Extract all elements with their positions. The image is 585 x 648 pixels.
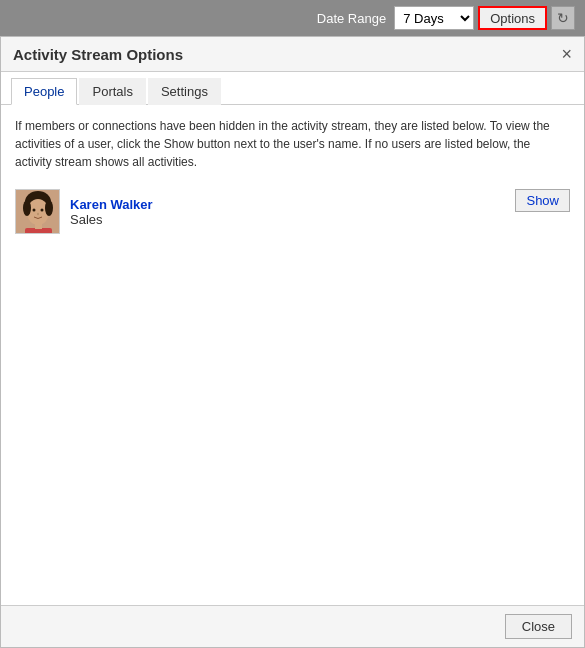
user-department: Sales (70, 212, 103, 227)
activity-stream-options-dialog: Activity Stream Options × People Portals… (0, 36, 585, 648)
svg-point-9 (45, 200, 53, 216)
svg-point-8 (23, 200, 31, 216)
tab-settings[interactable]: Settings (148, 78, 221, 105)
refresh-button[interactable]: ↻ (551, 6, 575, 30)
tab-people[interactable]: People (11, 78, 77, 105)
tab-bar: People Portals Settings (1, 72, 584, 105)
info-text: If members or connections have been hidd… (15, 117, 570, 171)
show-user-button[interactable]: Show (515, 189, 570, 212)
avatar-image (16, 190, 60, 234)
dialog-footer: Close (1, 605, 584, 647)
top-bar: Date Range 7 Days Options ↻ (0, 0, 585, 36)
dialog-close-button[interactable]: × (561, 45, 572, 63)
user-name-dept: Karen Walker Sales (70, 197, 505, 227)
date-range-select[interactable]: 7 Days (394, 6, 474, 30)
close-button[interactable]: Close (505, 614, 572, 639)
date-range-label: Date Range (317, 11, 386, 26)
dialog-content: If members or connections have been hidd… (1, 105, 584, 605)
user-name: Karen Walker (70, 197, 505, 212)
user-row: Karen Walker Sales Show (15, 185, 570, 238)
svg-point-4 (41, 209, 44, 212)
dialog-header: Activity Stream Options × (1, 37, 584, 72)
svg-point-5 (37, 213, 39, 215)
refresh-icon: ↻ (557, 10, 569, 26)
dialog-title: Activity Stream Options (13, 46, 183, 63)
user-avatar (15, 189, 60, 234)
options-button[interactable]: Options (478, 6, 547, 30)
svg-point-3 (33, 209, 36, 212)
svg-rect-7 (35, 223, 42, 229)
tab-portals[interactable]: Portals (79, 78, 145, 105)
